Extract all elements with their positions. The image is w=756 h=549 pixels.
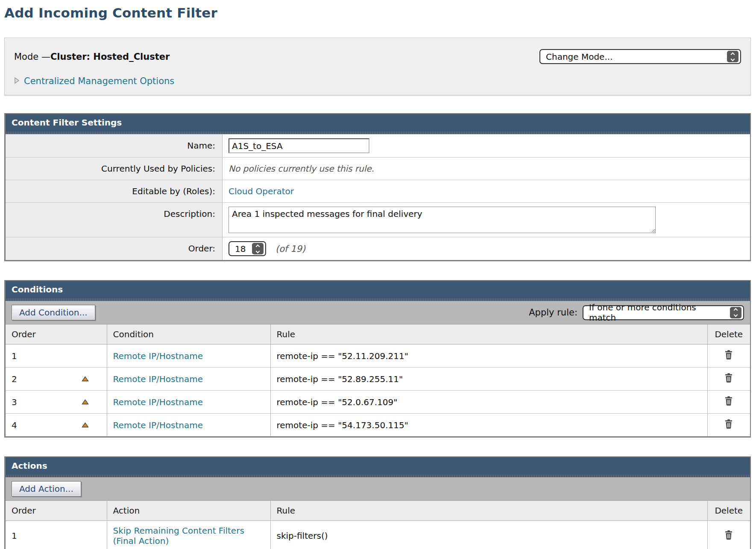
conditions-toolbar: Add Condition... Apply rule: If one or m… bbox=[6, 301, 750, 324]
condition-rule: remote-ip == "52.0.67.109" bbox=[277, 397, 398, 407]
policies-status-text: No policies currently use this rule. bbox=[229, 164, 374, 174]
select-stepper-icon bbox=[727, 51, 738, 62]
change-mode-select[interactable]: Change Mode... bbox=[539, 49, 741, 64]
trash-icon[interactable] bbox=[724, 529, 734, 540]
condition-order: 4 bbox=[12, 420, 17, 430]
action-row: 1 Skip Remaining Content Filters (Final … bbox=[6, 521, 750, 549]
trash-icon[interactable] bbox=[724, 395, 734, 406]
conditions-section: Conditions Add Condition... Apply rule: … bbox=[4, 280, 751, 438]
description-textarea[interactable]: Area 1 inspected messages for final deli… bbox=[229, 207, 656, 233]
trash-icon[interactable] bbox=[724, 349, 734, 360]
chevron-down-icon bbox=[731, 57, 735, 61]
name-input[interactable] bbox=[229, 138, 369, 153]
trash-icon[interactable] bbox=[724, 418, 734, 429]
action-rule: skip-filters() bbox=[277, 531, 328, 541]
order-select[interactable]: 18 bbox=[229, 241, 266, 256]
column-header-order: Order bbox=[6, 324, 107, 345]
condition-row: 2 Remote IP/Hostname remote-ip == "52.89… bbox=[6, 368, 750, 391]
policies-label: Currently Used by Policies: bbox=[6, 158, 223, 180]
condition-row: 1 Remote IP/Hostname remote-ip == "52.11… bbox=[6, 345, 750, 368]
page-container: Add Incoming Content Filter Mode —Cluste… bbox=[0, 0, 756, 549]
column-header-rule: Rule bbox=[270, 324, 707, 345]
change-mode-selected-value: Change Mode... bbox=[546, 52, 613, 62]
chevron-up-icon bbox=[731, 52, 735, 56]
condition-order: 2 bbox=[12, 374, 17, 384]
condition-rule: remote-ip == "54.173.50.115" bbox=[277, 420, 408, 430]
apply-rule-label: Apply rule: bbox=[529, 307, 577, 318]
conditions-table: Order Condition Rule Delete 1 Remote IP/… bbox=[6, 324, 750, 436]
condition-link[interactable]: Remote IP/Hostname bbox=[113, 374, 203, 384]
name-label: Name: bbox=[6, 134, 223, 157]
mode-label: Mode — bbox=[14, 52, 50, 62]
condition-order: 1 bbox=[12, 351, 17, 361]
move-up-icon[interactable] bbox=[82, 376, 101, 382]
condition-link[interactable]: Remote IP/Hostname bbox=[113, 397, 203, 407]
chevron-up-icon bbox=[734, 308, 738, 312]
conditions-header: Conditions bbox=[6, 281, 750, 298]
condition-link[interactable]: Remote IP/Hostname bbox=[113, 351, 203, 361]
condition-rule: remote-ip == "52.11.209.211" bbox=[277, 351, 408, 361]
actions-table: Order Action Rule Delete 1 Skip Remainin… bbox=[6, 501, 750, 549]
order-label: Order: bbox=[6, 237, 223, 260]
column-header-delete: Delete bbox=[707, 501, 750, 521]
column-header-delete: Delete bbox=[707, 324, 750, 345]
roles-row: Editable by (Roles): Cloud Operator bbox=[6, 180, 750, 202]
trash-icon[interactable] bbox=[724, 372, 734, 383]
conditions-table-header-row: Order Condition Rule Delete bbox=[6, 324, 750, 345]
actions-section: Actions Add Action... Order Action Rule … bbox=[4, 456, 751, 549]
actions-header: Actions bbox=[6, 457, 750, 475]
cloud-operator-link[interactable]: Cloud Operator bbox=[229, 186, 294, 196]
actions-table-header-row: Order Action Rule Delete bbox=[6, 501, 750, 521]
actions-toolbar: Add Action... bbox=[6, 477, 750, 501]
move-up-icon[interactable] bbox=[82, 422, 101, 428]
policies-row: Currently Used by Policies: No policies … bbox=[6, 157, 750, 180]
condition-rule: remote-ip == "52.89.255.11" bbox=[277, 374, 403, 384]
name-row: Name: bbox=[6, 134, 750, 157]
add-condition-button[interactable]: Add Condition... bbox=[12, 305, 95, 320]
action-order: 1 bbox=[12, 531, 17, 541]
chevron-up-icon bbox=[256, 244, 260, 248]
mode-panel: Mode —Cluster: Hosted_Cluster Change Mod… bbox=[4, 38, 751, 95]
condition-row: 4 Remote IP/Hostname remote-ip == "54.17… bbox=[6, 414, 750, 437]
order-selected-value: 18 bbox=[235, 244, 246, 254]
select-stepper-icon bbox=[730, 307, 741, 318]
content-filter-settings-header: Content Filter Settings bbox=[6, 114, 750, 131]
centralized-management-options-link[interactable]: Centralized Management Options bbox=[24, 76, 174, 86]
chevron-down-icon bbox=[256, 249, 260, 253]
content-filter-settings-section: Content Filter Settings Name: Currently … bbox=[4, 113, 751, 261]
condition-row: 3 Remote IP/Hostname remote-ip == "52.0.… bbox=[6, 391, 750, 414]
column-header-action: Action bbox=[107, 501, 270, 521]
apply-rule-selected-value: If one or more conditions match bbox=[589, 302, 726, 323]
column-header-order: Order bbox=[6, 501, 107, 521]
mode-text: Mode —Cluster: Hosted_Cluster bbox=[14, 52, 170, 62]
condition-order: 3 bbox=[12, 397, 17, 407]
column-header-condition: Condition bbox=[107, 324, 270, 345]
chevron-down-icon bbox=[734, 313, 738, 317]
description-label: Description: bbox=[6, 203, 223, 237]
move-up-icon[interactable] bbox=[82, 399, 101, 405]
order-total-text: (of 19) bbox=[275, 244, 305, 254]
page-title: Add Incoming Content Filter bbox=[4, 5, 751, 20]
add-action-button[interactable]: Add Action... bbox=[12, 481, 81, 496]
roles-label: Editable by (Roles): bbox=[6, 180, 223, 202]
order-row: Order: 18 (of 19) bbox=[6, 237, 750, 260]
cluster-name: Cluster: Hosted_Cluster bbox=[50, 52, 170, 62]
apply-rule-select[interactable]: If one or more conditions match bbox=[583, 305, 744, 320]
description-row: Description: Area 1 inspected messages f… bbox=[6, 202, 750, 237]
select-stepper-icon bbox=[252, 243, 264, 254]
expand-triangle-icon[interactable] bbox=[14, 77, 20, 86]
condition-link[interactable]: Remote IP/Hostname bbox=[113, 420, 203, 430]
column-header-rule: Rule bbox=[270, 501, 707, 521]
action-link[interactable]: Skip Remaining Content Filters (Final Ac… bbox=[113, 526, 244, 546]
